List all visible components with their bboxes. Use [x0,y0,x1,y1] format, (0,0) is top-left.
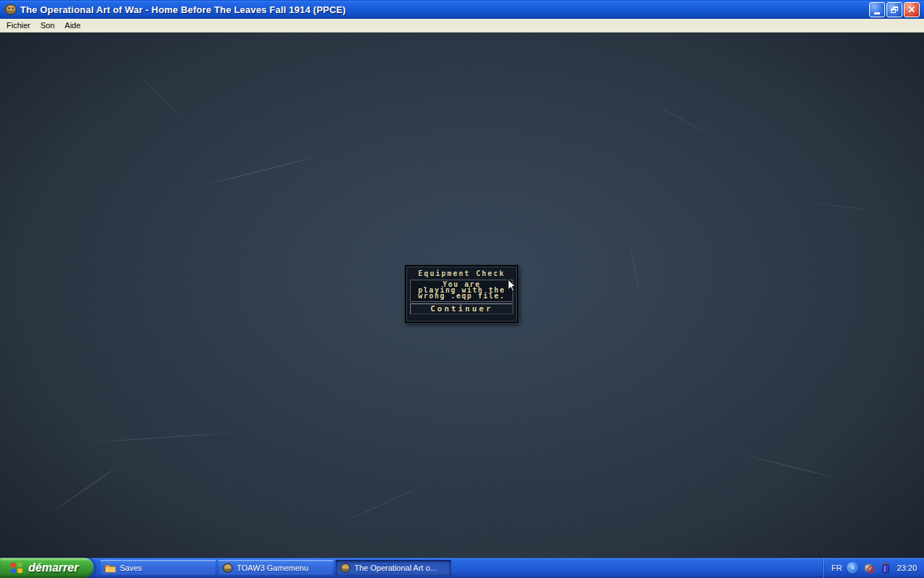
start-button-label: démarrer [28,561,84,574]
minimize-button[interactable] [869,2,885,17]
restore-icon [891,7,898,13]
taskbar-item-saves[interactable]: Saves [100,560,216,576]
menu-son[interactable]: Son [35,20,60,31]
dialog-title: Equipment Check [406,267,517,277]
menu-bar: Fichier Son Aide [0,19,924,33]
language-indicator[interactable]: FR [832,564,842,572]
minimize-icon [874,12,880,14]
restore-button[interactable] [886,2,902,17]
window-titlebar: The Operational Art of War - Home Before… [0,0,924,19]
taskbar-item-label: Saves [120,564,142,572]
continue-button[interactable]: Continuer [410,303,513,314]
toaw-game-icon [222,563,233,573]
mouse-cursor [507,279,516,293]
taskbar-item-label: TOAW3 Gamemenu [237,564,308,572]
taskbar: démarrer Saves TOAW3 Gamemenu [0,558,924,578]
close-button[interactable]: ✕ [904,2,920,17]
taskbar-item-label: The Operational Art o... [354,564,437,572]
system-tray: FR ‹ 23:20 [822,558,924,578]
screen: The Operational Art of War - Home Before… [0,0,924,578]
start-button[interactable]: démarrer [0,558,94,578]
app-icon [4,4,17,15]
close-icon: ✕ [908,5,916,14]
menu-aide[interactable]: Aide [60,20,86,31]
task-items: Saves TOAW3 Gamemenu The Operational Art… [100,560,822,576]
taskbar-item-toaw3-gamemenu[interactable]: TOAW3 Gamemenu [218,560,334,576]
dialog-message-box: You are playing with the wrong .eqp file… [410,280,513,302]
window-title: The Operational Art of War - Home Before… [20,4,869,15]
menu-fichier[interactable]: Fichier [1,20,35,31]
dialog-message-line: wrong .eqp file. [411,293,513,299]
safely-remove-hardware-icon[interactable] [863,562,875,574]
clock[interactable]: 23:20 [897,564,917,572]
equipment-check-dialog: Equipment Check You are playing with the… [405,265,518,323]
toaw-game-icon [340,563,351,573]
battery-icon[interactable] [880,562,892,574]
collapse-chevron-icon[interactable]: ‹ [847,562,858,574]
taskbar-item-operational-art-active[interactable]: The Operational Art o... [336,560,451,576]
windows-logo-icon [9,561,24,575]
folder-icon [105,564,116,573]
